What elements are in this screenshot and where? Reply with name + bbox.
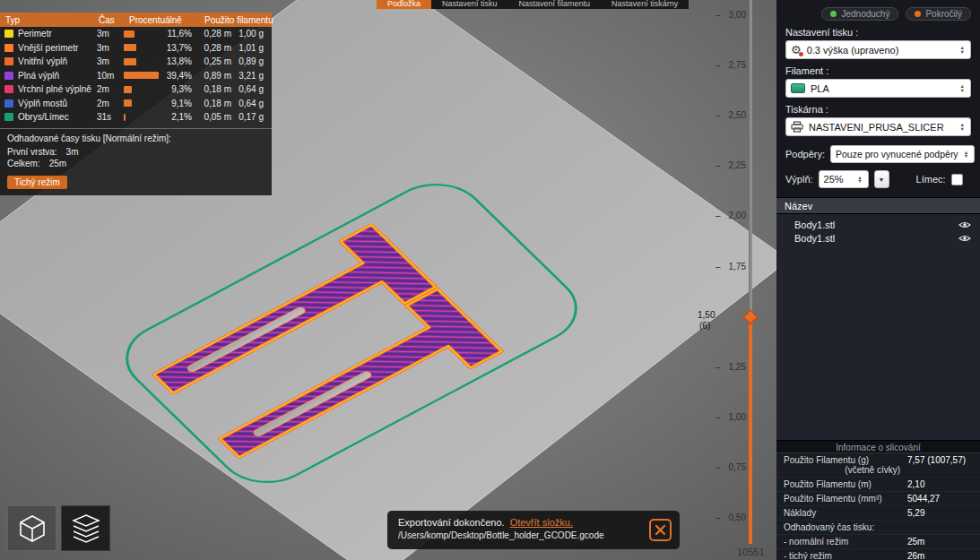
- supports-combo[interactable]: Pouze pro vynucené podpěry ▲▼: [830, 145, 975, 163]
- layer-tick: –3,00: [690, 10, 746, 21]
- feature-grams: 1,00 g: [237, 29, 267, 39]
- legend-row[interactable]: Vrchní plné výplně2m9,3%0,18 m0,64 g: [0, 82, 272, 97]
- layer-slider-handle[interactable]: [743, 310, 759, 325]
- infill-dropdown-button[interactable]: ▼: [874, 170, 889, 188]
- slicing-info-row: Použito Filamentu (m)2,10: [776, 478, 980, 492]
- feature-time: 3m: [93, 56, 124, 66]
- feature-meters: 0,18 m: [199, 99, 237, 108]
- total-time-row: Celkem:25m: [7, 159, 265, 170]
- percentage-bar: [124, 44, 165, 51]
- filament-value: PLA: [811, 83, 829, 94]
- layer-tick: –0,50: [690, 513, 746, 523]
- brim-checkbox[interactable]: [951, 174, 963, 185]
- print-settings-value: 0.3 výška (upraveno): [807, 45, 899, 56]
- layer-tick: –0,75: [690, 462, 746, 473]
- feature-percent: 13,7%: [165, 43, 199, 53]
- feature-type: Plná výplň: [14, 71, 93, 81]
- printer-combo[interactable]: NASTAVENI_PRUSA_SLICER ▲▼: [785, 117, 971, 136]
- legend-row[interactable]: Výplň mostů2m9,1%0,18 m0,64 g: [0, 97, 272, 111]
- tab-nastaven-filamentu[interactable]: Nastavení filamentu: [508, 0, 602, 9]
- print-settings-combo[interactable]: ⚙ 0.3 výška (upraveno) ▲▼: [785, 40, 971, 59]
- percentage-bar: [124, 86, 165, 93]
- legend-col-filament: Použito filamentu: [199, 15, 272, 25]
- legend-col-cas: Čas: [93, 15, 124, 25]
- supports-label: Podpěry:: [785, 149, 825, 159]
- filament-combo[interactable]: PLA ▲▼: [785, 79, 971, 98]
- feature-time: 3m: [93, 29, 124, 39]
- layer-slider-track-upper[interactable]: [749, 0, 752, 317]
- mode-button-jednoduch-[interactable]: Jednoduchý: [821, 7, 898, 21]
- first-layer-label: První vrstva:: [7, 147, 57, 157]
- object-name: Body1.stl: [794, 220, 835, 230]
- tab-nastaven-tisk-rny[interactable]: Nastavení tiskárny: [601, 0, 689, 9]
- feature-time: 2m: [93, 99, 124, 108]
- feature-grams: 0,64 g: [237, 99, 267, 108]
- first-layer-value: 3m: [66, 147, 79, 157]
- mode-button-pokro-il-[interactable]: Pokročilý: [906, 7, 971, 21]
- percentage-bar: [124, 30, 165, 38]
- legend-row[interactable]: Perimetr3m11,6%0,28 m1,00 g: [0, 27, 272, 41]
- object-list-header: Název: [776, 197, 980, 214]
- first-layer-row: První vrstva:3m: [7, 147, 265, 159]
- eye-icon[interactable]: [958, 234, 971, 243]
- view-toolbar: [7, 505, 110, 551]
- preview-view-button[interactable]: [61, 505, 110, 551]
- tab-nastaven-tisku[interactable]: Nastavení tisku: [431, 0, 508, 9]
- legend-panel: Typ Čas Procentuálně Použito filamentu P…: [0, 13, 272, 195]
- feature-percent: 39,4%: [165, 71, 199, 81]
- slicing-info-rows: Použito Filamentu (g)(včetně cívky)7,57 …: [776, 453, 980, 560]
- export-notification: Exportování dokončeno.Otevřít složku. /U…: [387, 511, 680, 549]
- feature-color-swatch: [4, 99, 13, 108]
- close-icon: [655, 524, 666, 536]
- feature-time: 2m: [93, 84, 124, 94]
- editor-view-button[interactable]: [7, 505, 56, 551]
- layers-icon: [70, 513, 102, 544]
- 3d-viewport[interactable]: PodložkaNastavení tiskuNastavení filamen…: [0, 0, 776, 560]
- feature-meters: 0,18 m: [199, 84, 237, 94]
- feature-grams: 1,01 g: [237, 43, 267, 53]
- feature-time: 10m: [93, 71, 124, 81]
- legend-row[interactable]: Vnitřní výplň3m13,8%0,25 m0,89 g: [0, 55, 272, 69]
- layer-slider-track-lower[interactable]: [749, 317, 752, 544]
- object-row[interactable]: Body1.stl: [776, 218, 980, 232]
- infill-row: Výplň: 25% ▲▼ ▼ Límec:: [785, 170, 971, 188]
- percentage-bar: [124, 114, 165, 121]
- tab-podlo-ka[interactable]: Podložka: [377, 0, 431, 9]
- object-row[interactable]: Body1.stl: [776, 232, 980, 246]
- printer-value: NASTAVENI_PRUSA_SLICER: [809, 122, 944, 133]
- total-value: 25m: [49, 159, 66, 168]
- feature-meters: 0,89 m: [199, 71, 237, 81]
- feature-percent: 2,1%: [165, 112, 199, 122]
- infill-combo[interactable]: 25% ▲▼: [819, 170, 869, 188]
- supports-row: Podpěry: Pouze pro vynucené podpěry ▲▼: [785, 145, 971, 163]
- notification-message: Exportování dokončeno.: [398, 517, 505, 528]
- slicing-info-row: Použito Filamentu (g)(včetně cívky)7,57 …: [776, 453, 980, 478]
- slicing-info-row: Odhadovaný čas tisku:: [776, 521, 980, 535]
- slicing-info-row: - normální režim25m: [776, 535, 980, 549]
- feature-color-swatch: [4, 57, 13, 65]
- legend-row[interactable]: Vnější perimetr3m13,7%0,28 m1,01 g: [0, 41, 272, 56]
- print-time-estimates: Odhadované časy tisku [Normální režim]: …: [0, 128, 272, 189]
- object-list-body: Body1.stlBody1.stl: [776, 214, 980, 440]
- silent-mode-button[interactable]: Tichý režim: [7, 176, 67, 189]
- layer-tick: –2,00: [690, 211, 746, 221]
- infill-label: Výplň:: [785, 174, 813, 185]
- legend-row[interactable]: Plná výplň10m39,4%0,89 m3,21 g: [0, 69, 272, 83]
- open-folder-link[interactable]: Otevřít složku.: [510, 517, 573, 528]
- feature-time: 31s: [93, 112, 124, 122]
- mode-dot-icon: [830, 11, 837, 17]
- feature-color-swatch: [4, 72, 13, 80]
- eye-icon[interactable]: [958, 220, 971, 229]
- object-name: Body1.stl: [794, 233, 835, 244]
- feature-type: Vnější perimetr: [14, 43, 93, 53]
- percentage-bar: [124, 58, 165, 65]
- legend-row[interactable]: Obrys/Límec31s2,1%0,05 m0,17 g: [0, 110, 272, 125]
- layer-slider[interactable]: 1,50 (6) 10551 –3,00–2,75–2,50–2,25–2,00…: [690, 0, 776, 560]
- feature-color-swatch: [4, 30, 13, 38]
- percentage-bar: [124, 99, 165, 107]
- mode-buttons: JednoduchýPokročilý: [785, 7, 971, 21]
- feature-meters: 0,25 m: [199, 56, 237, 66]
- main-tabs: PodložkaNastavení tiskuNastavení filamen…: [377, 0, 689, 9]
- infill-value: 25%: [824, 174, 844, 185]
- close-notification-button[interactable]: [649, 519, 672, 541]
